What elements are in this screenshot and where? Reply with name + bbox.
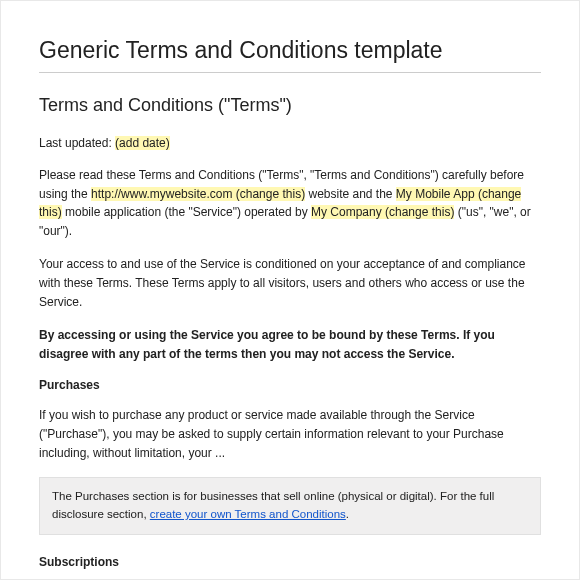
terms-header: Terms and Conditions ("Terms") <box>39 95 541 116</box>
last-updated-label: Last updated: <box>39 136 115 150</box>
agreement-paragraph: By accessing or using the Service you ag… <box>39 326 541 363</box>
infobox-text-b: . <box>346 508 349 520</box>
title-divider <box>39 72 541 73</box>
document-title: Generic Terms and Conditions template <box>39 37 541 64</box>
last-updated-line: Last updated: (add date) <box>39 136 541 150</box>
intro-text-3: mobile application (the "Service") opera… <box>62 205 311 219</box>
purchases-heading: Purchases <box>39 378 541 392</box>
intro-text-2: website and the <box>305 187 396 201</box>
document-page: Generic Terms and Conditions template Te… <box>0 0 580 580</box>
access-paragraph: Your access to and use of the Service is… <box>39 255 541 311</box>
company-placeholder: My Company (change this) <box>311 205 454 219</box>
purchases-infobox: The Purchases section is for businesses … <box>39 477 541 535</box>
purchases-body: If you wish to purchase any product or s… <box>39 406 541 462</box>
last-updated-value: (add date) <box>115 136 170 150</box>
website-placeholder: http://www.mywebsite.com (change this) <box>91 187 305 201</box>
create-terms-link[interactable]: create your own Terms and Conditions <box>150 508 346 520</box>
intro-paragraph: Please read these Terms and Conditions (… <box>39 166 541 240</box>
subscriptions-heading: Subscriptions <box>39 555 541 569</box>
